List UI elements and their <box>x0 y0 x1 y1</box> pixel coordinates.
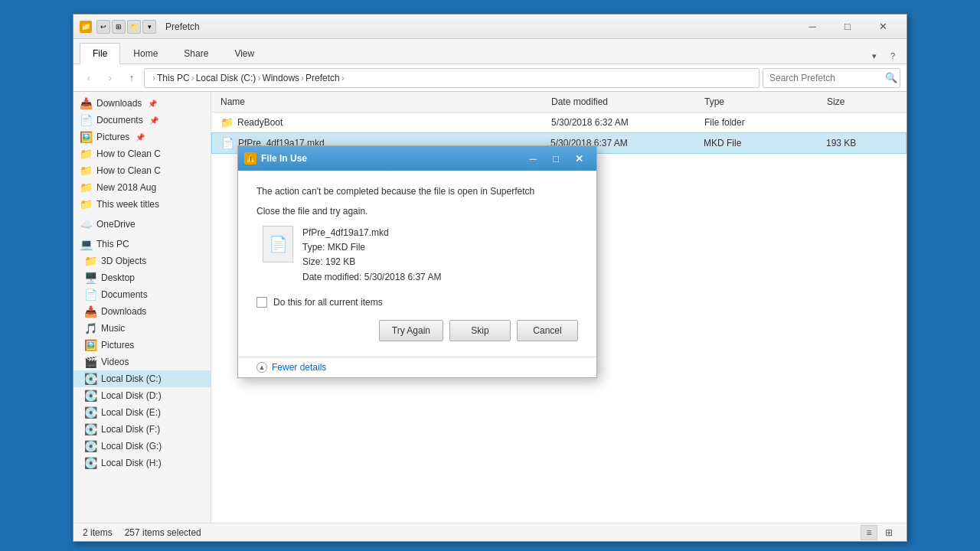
file-in-use-dialog: ⚠️ File In Use ─ □ ✕ The action can't be… <box>237 145 597 378</box>
dialog-file-name: PfPre_4df19a17.mkd <box>302 226 441 240</box>
dialog-close-message: Close the file and try again. <box>256 206 578 217</box>
dialog-file-details: PfPre_4df19a17.mkd Type: MKD File Size: … <box>302 226 441 285</box>
fewer-details-icon: ▲ <box>256 362 267 373</box>
dialog-minimize-button[interactable]: ─ <box>521 148 544 169</box>
dialog-message: The action can't be completed because th… <box>256 186 578 197</box>
dialog-maximize-button[interactable]: □ <box>544 148 567 169</box>
dialog-body: The action can't be completed because th… <box>238 171 596 357</box>
try-again-button[interactable]: Try Again <box>379 320 443 341</box>
dialog-title-bar: ⚠️ File In Use ─ □ ✕ <box>238 146 596 171</box>
dialog-checkbox-row: Do this for all current items <box>256 297 578 308</box>
dialog-file-date: Date modified: 5/30/2018 6:37 AM <box>302 270 441 285</box>
dialog-file-size: Size: 192 KB <box>302 255 441 269</box>
dialog-footer: ▲ Fewer details <box>238 357 596 377</box>
dialog-file-type: Type: MKD File <box>302 240 441 255</box>
all-items-checkbox[interactable] <box>256 297 267 308</box>
all-items-label[interactable]: Do this for all current items <box>273 297 383 308</box>
dialog-file-info: 📄 PfPre_4df19a17.mkd Type: MKD File Size… <box>256 226 578 285</box>
dialog-window-controls: ─ □ ✕ <box>521 148 590 169</box>
dialog-file-icon: 📄 <box>263 226 293 262</box>
modal-overlay: ⚠️ File In Use ─ □ ✕ The action can't be… <box>0 0 980 551</box>
dialog-title: File In Use <box>261 153 517 164</box>
dialog-title-icon: ⚠️ <box>244 152 256 165</box>
dialog-close-button[interactable]: ✕ <box>567 148 590 169</box>
skip-button[interactable]: Skip <box>449 320 511 341</box>
dialog-buttons: Try Again Skip Cancel <box>256 320 578 341</box>
fewer-details-button[interactable]: Fewer details <box>272 362 326 373</box>
cancel-button[interactable]: Cancel <box>517 320 578 341</box>
